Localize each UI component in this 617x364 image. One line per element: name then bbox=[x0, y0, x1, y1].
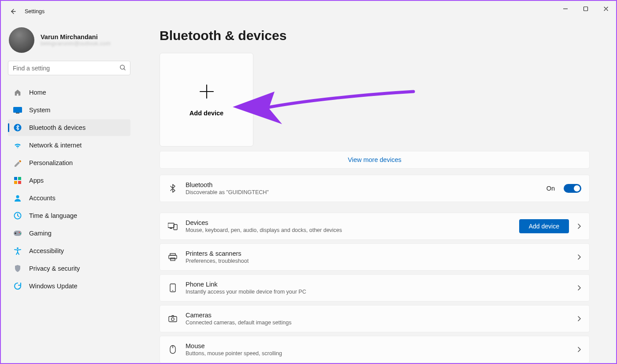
mouse-title: Mouse bbox=[186, 342, 569, 349]
bluetooth-icon bbox=[168, 184, 178, 193]
nav-item-label: Bluetooth & devices bbox=[29, 124, 125, 131]
row-printers[interactable]: Printers & scannersPreferences, troubles… bbox=[160, 243, 590, 271]
window-title: Settings bbox=[25, 8, 45, 15]
bluetooth-title: Bluetooth bbox=[186, 181, 539, 188]
nav-item-gaming[interactable]: Gaming bbox=[8, 225, 130, 242]
nav-item-label: Accessibility bbox=[29, 247, 125, 254]
close-button[interactable] bbox=[596, 1, 616, 17]
nav-item-update[interactable]: Windows Update bbox=[8, 278, 130, 294]
minimize-icon bbox=[563, 6, 568, 11]
sidebar: Varun Mirchandani beingvarunm@outlook.co… bbox=[1, 22, 138, 363]
svg-point-14 bbox=[17, 247, 19, 249]
chevron-right-icon bbox=[577, 316, 581, 322]
nav-item-apps[interactable]: Apps bbox=[8, 172, 130, 189]
accessibility-icon bbox=[13, 246, 22, 255]
bluetooth-toggle-label: On bbox=[546, 185, 555, 192]
svg-rect-16 bbox=[170, 228, 172, 229]
add-device-label: Add device bbox=[190, 110, 223, 117]
window-controls bbox=[555, 1, 616, 17]
svg-rect-5 bbox=[14, 177, 17, 180]
svg-point-24 bbox=[171, 318, 174, 320]
mouse-subtitle: Buttons, mouse pointer speed, scrolling bbox=[186, 350, 569, 357]
nav-item-bluetooth[interactable]: Bluetooth & devices bbox=[8, 119, 130, 136]
nav-item-home[interactable]: Home bbox=[8, 84, 130, 101]
printers-subtitle: Preferences, troubleshoot bbox=[186, 258, 569, 264]
chevron-right-icon bbox=[577, 346, 581, 353]
phone-subtitle: Instantly access your mobile device from… bbox=[186, 289, 569, 295]
update-icon bbox=[13, 282, 22, 290]
network-icon bbox=[13, 141, 22, 150]
accounts-icon bbox=[13, 194, 22, 202]
minimize-button[interactable] bbox=[555, 1, 576, 17]
svg-rect-2 bbox=[13, 107, 22, 113]
add-device-card[interactable]: Add device bbox=[160, 53, 253, 147]
bluetooth-toggle-row: Bluetooth Discoverable as "GUIDINGTECH" … bbox=[160, 175, 590, 202]
nav-item-system[interactable]: System bbox=[8, 102, 130, 118]
row-devices[interactable]: DevicesMouse, keyboard, pen, audio, disp… bbox=[160, 213, 590, 240]
phone-icon bbox=[168, 283, 178, 292]
svg-rect-3 bbox=[16, 113, 19, 114]
nav-item-time[interactable]: Time & language bbox=[8, 207, 130, 224]
time-icon bbox=[13, 211, 22, 220]
cameras-title: Cameras bbox=[186, 312, 569, 319]
svg-rect-7 bbox=[14, 181, 17, 184]
view-more-devices-link[interactable]: View more devices bbox=[160, 151, 590, 169]
search-box bbox=[8, 61, 130, 75]
row-mouse[interactable]: MouseButtons, mouse pointer speed, scrol… bbox=[160, 336, 590, 363]
view-more-label: View more devices bbox=[348, 156, 401, 163]
nav-item-label: Windows Update bbox=[29, 283, 125, 290]
bluetooth-toggle[interactable] bbox=[564, 184, 581, 193]
back-button[interactable] bbox=[4, 8, 22, 15]
nav-item-label: Apps bbox=[29, 177, 125, 184]
account-name: Varun Mirchandani bbox=[41, 33, 111, 40]
account-block[interactable]: Varun Mirchandani beingvarunm@outlook.co… bbox=[9, 27, 130, 53]
gaming-icon bbox=[13, 229, 22, 238]
printers-title: Printers & scanners bbox=[186, 250, 569, 257]
svg-rect-20 bbox=[171, 258, 175, 261]
page-title: Bluetooth & devices bbox=[160, 28, 590, 43]
privacy-icon bbox=[13, 264, 22, 273]
nav-item-personalize[interactable]: Personalization bbox=[8, 154, 130, 171]
settings-rows: DevicesMouse, keyboard, pen, audio, disp… bbox=[160, 213, 590, 363]
svg-rect-6 bbox=[18, 177, 21, 180]
nav-item-label: System bbox=[29, 107, 125, 114]
svg-rect-0 bbox=[584, 7, 588, 11]
devices-subtitle: Mouse, keyboard, pen, audio, displays an… bbox=[186, 227, 511, 233]
cameras-subtitle: Connected cameras, default image setting… bbox=[186, 320, 569, 326]
nav: HomeSystemBluetooth & devicesNetwork & i… bbox=[8, 84, 130, 294]
system-icon bbox=[13, 106, 22, 114]
devices-icon bbox=[168, 222, 178, 230]
search-input[interactable] bbox=[8, 61, 130, 75]
cameras-icon bbox=[168, 315, 178, 322]
row-cameras[interactable]: CamerasConnected cameras, default image … bbox=[160, 305, 590, 332]
svg-point-1 bbox=[120, 65, 124, 69]
chevron-right-icon bbox=[577, 254, 581, 260]
maximize-button[interactable] bbox=[576, 1, 596, 17]
svg-point-12 bbox=[19, 232, 20, 233]
chevron-right-icon bbox=[577, 223, 581, 229]
home-icon bbox=[13, 88, 22, 97]
apps-icon bbox=[13, 176, 22, 185]
nav-item-accessibility[interactable]: Accessibility bbox=[8, 243, 130, 259]
svg-point-9 bbox=[16, 195, 19, 199]
avatar bbox=[9, 27, 34, 53]
nav-item-label: Personalization bbox=[29, 159, 125, 166]
nav-item-label: Accounts bbox=[29, 195, 125, 202]
row-phone[interactable]: Phone LinkInstantly access your mobile d… bbox=[160, 274, 590, 301]
bluetooth-icon bbox=[13, 123, 22, 132]
personalize-icon bbox=[13, 158, 22, 167]
svg-point-13 bbox=[20, 233, 21, 235]
devices-add-button[interactable]: Add device bbox=[519, 219, 569, 233]
content: Bluetooth & devices Add device View more… bbox=[138, 22, 616, 363]
account-email: beingvarunm@outlook.com bbox=[41, 40, 111, 47]
close-icon bbox=[603, 6, 609, 11]
plus-icon bbox=[198, 83, 215, 100]
mouse-icon bbox=[168, 345, 178, 354]
nav-item-label: Privacy & security bbox=[29, 265, 125, 272]
svg-rect-23 bbox=[169, 316, 177, 322]
nav-item-privacy[interactable]: Privacy & security bbox=[8, 260, 130, 277]
titlebar: Settings bbox=[1, 1, 616, 22]
svg-rect-8 bbox=[18, 181, 21, 184]
nav-item-accounts[interactable]: Accounts bbox=[8, 190, 130, 206]
nav-item-network[interactable]: Network & internet bbox=[8, 137, 130, 154]
